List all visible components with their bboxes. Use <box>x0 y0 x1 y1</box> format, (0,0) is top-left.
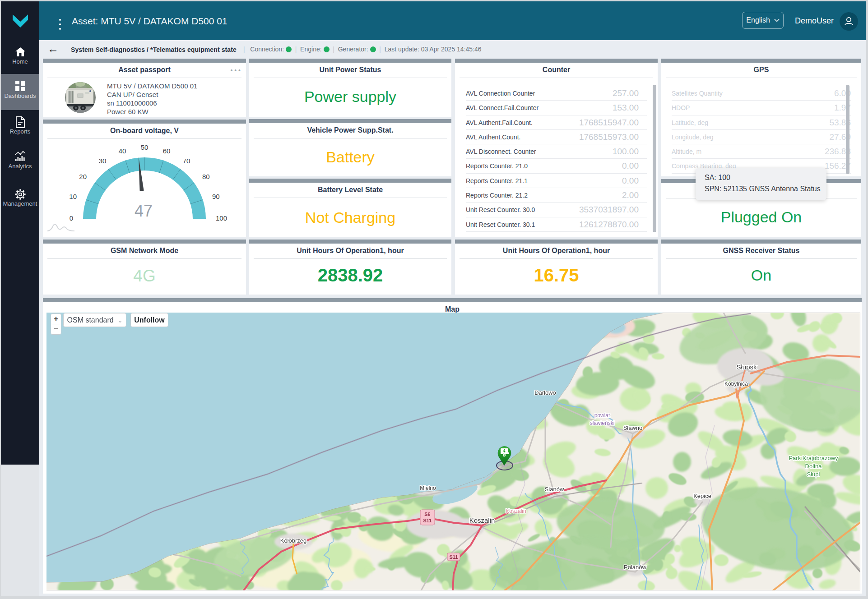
svg-text:50: 50 <box>141 143 149 151</box>
svg-text:Kołobrzeg: Kołobrzeg <box>280 537 307 544</box>
svg-text:0: 0 <box>70 214 73 222</box>
svg-text:Kobylnica: Kobylnica <box>724 381 748 387</box>
svg-text:10: 10 <box>69 193 77 200</box>
svg-text:Sianów: Sianów <box>545 486 564 493</box>
svg-text:Słupi: Słupi <box>807 471 820 478</box>
svg-text:S11: S11 <box>450 554 458 560</box>
svg-text:Mielno: Mielno <box>420 485 436 491</box>
svg-text:47: 47 <box>135 202 153 220</box>
svg-text:powiat: powiat <box>594 412 610 419</box>
svg-text:Sławno: Sławno <box>623 424 643 431</box>
svg-text:70: 70 <box>183 157 190 165</box>
svg-text:20: 20 <box>79 173 87 180</box>
svg-text:Koszalin: Koszalin <box>506 508 526 514</box>
svg-text:Darłowo: Darłowo <box>534 389 556 396</box>
svg-text:30: 30 <box>99 157 107 165</box>
svg-text:Dolina: Dolina <box>805 463 822 470</box>
svg-text:Park Krajobrazowy: Park Krajobrazowy <box>789 455 838 461</box>
svg-text:S11: S11 <box>423 518 432 523</box>
svg-text:90: 90 <box>212 193 220 200</box>
svg-text:Koszalin: Koszalin <box>469 516 495 524</box>
svg-text:80: 80 <box>202 173 210 180</box>
svg-text:Słupsk: Słupsk <box>736 363 757 371</box>
svg-text:S6: S6 <box>424 511 430 517</box>
svg-text:60: 60 <box>163 147 171 155</box>
svg-text:Polanów: Polanów <box>624 564 646 571</box>
svg-text:40: 40 <box>119 147 126 155</box>
svg-text:100: 100 <box>216 214 227 222</box>
svg-text:sławieński: sławieński <box>590 420 615 426</box>
svg-text:Kępice: Kępice <box>693 493 711 499</box>
